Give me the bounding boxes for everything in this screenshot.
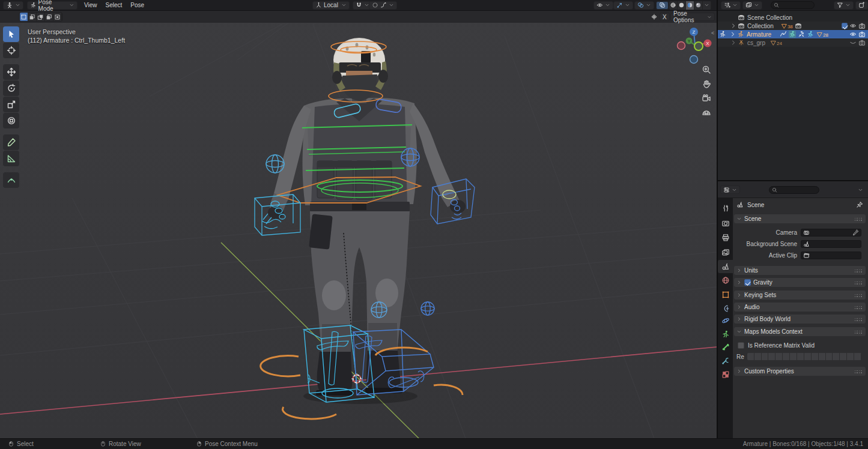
tool-rotate[interactable] (3, 80, 19, 96)
eye-icon[interactable] (849, 31, 857, 38)
tab-bone-constraints[interactable] (718, 354, 733, 367)
menu-view[interactable]: View (80, 0, 102, 11)
toggle-xray-button[interactable] (656, 1, 669, 10)
eyedropper-icon[interactable] (852, 229, 859, 236)
pose-options-dropdown[interactable]: Pose Options (670, 13, 715, 21)
disclosure-icon[interactable] (729, 31, 736, 38)
reference-matrix-field[interactable] (747, 353, 861, 360)
tool-move[interactable] (3, 64, 19, 80)
viewport-3d[interactable]: User Perspective (112) Armature : Ctrl_T… (0, 11, 717, 438)
tab-texture[interactable] (718, 368, 733, 381)
menu-pose[interactable]: Pose (126, 0, 148, 11)
outliner-row-cs-grp[interactable]: cs_grp 24 (718, 38, 868, 47)
panel-keying-sets-header[interactable]: Keying Sets (734, 291, 866, 300)
panel-gravity-header[interactable]: Gravity (734, 278, 866, 287)
rig-globe-left-elbow[interactable] (266, 155, 284, 173)
tab-render[interactable] (718, 217, 733, 230)
proportional-edit-dropdown[interactable] (369, 1, 397, 10)
tab-output[interactable] (718, 231, 733, 244)
select-mode-invert[interactable] (45, 13, 53, 21)
tab-physics[interactable] (718, 314, 733, 327)
outliner-row-collection[interactable]: Collection 38 (718, 22, 868, 30)
drag-handle[interactable] (855, 293, 863, 297)
is-reference-matrix-valid-checkbox[interactable] (738, 342, 744, 349)
panel-maps-models-header[interactable]: Maps Models Context (734, 327, 866, 336)
drag-handle[interactable] (855, 369, 863, 373)
navigation-gizmo[interactable]: Y Z X (676, 26, 717, 68)
panel-rigid-body-header[interactable]: Rigid Body World (734, 315, 866, 324)
drag-handle[interactable] (855, 268, 863, 273)
transform-orientation-dropdown[interactable]: Local (312, 1, 350, 10)
tool-pose-breakdowner[interactable] (3, 172, 19, 188)
camera-icon[interactable] (858, 22, 866, 29)
background-scene-field[interactable] (801, 240, 861, 248)
select-mode-intersect[interactable] (53, 13, 62, 21)
tab-view-layer[interactable] (718, 246, 733, 259)
tab-scene[interactable] (718, 260, 733, 273)
pan-hand-icon[interactable] (702, 79, 711, 89)
outliner-editor-type[interactable] (721, 1, 741, 10)
tab-tool[interactable] (718, 202, 733, 215)
tool-cursor[interactable] (3, 43, 19, 58)
eye-closed-icon[interactable] (849, 39, 857, 46)
outliner-filter[interactable] (834, 1, 854, 10)
show-gizmo-dropdown[interactable] (613, 1, 633, 10)
outliner-search[interactable] (771, 1, 815, 9)
tool-scale[interactable] (3, 97, 19, 112)
tab-object[interactable] (718, 288, 733, 301)
outliner-display-mode[interactable] (742, 1, 762, 10)
menu-select[interactable]: Select (102, 0, 127, 11)
outliner-row-scene-collection[interactable]: Scene Collection (718, 13, 868, 22)
gizmo-axis-neg-z[interactable] (690, 56, 698, 64)
panel-audio-header[interactable]: Audio (734, 303, 866, 312)
disclosure-icon[interactable] (730, 22, 737, 29)
mirror-x-toggle[interactable]: X (660, 13, 670, 21)
drag-handle[interactable] (855, 317, 863, 321)
outliner-row-armature[interactable]: Armature 28 (718, 30, 868, 38)
tool-transform[interactable] (3, 113, 19, 128)
new-collection-button[interactable] (855, 1, 868, 10)
pin-icon[interactable] (856, 201, 863, 208)
shading-wireframe-button[interactable] (669, 1, 678, 10)
editor-type-button[interactable] (3, 1, 23, 10)
ortho-grid-icon[interactable] (702, 108, 711, 118)
gizmo-axis-neg-x[interactable] (678, 42, 685, 50)
tab-object-data[interactable] (718, 328, 733, 341)
drag-handle[interactable] (855, 217, 863, 221)
camera-view-icon[interactable] (702, 94, 711, 103)
zoom-icon[interactable] (702, 65, 711, 74)
sidebar-toggle-arrow[interactable]: < (711, 30, 714, 36)
mode-dropdown[interactable]: Pose Mode (27, 1, 77, 10)
show-overlays-dropdown[interactable] (634, 1, 654, 10)
drag-handle[interactable] (855, 280, 863, 285)
tab-world[interactable] (718, 274, 733, 287)
camera-field[interactable] (801, 229, 861, 237)
tab-constraints[interactable] (718, 302, 733, 315)
rig-foot-arcs[interactable] (261, 348, 463, 419)
collection-checkbox[interactable] (842, 23, 848, 29)
tab-bone[interactable] (718, 340, 733, 354)
tool-select-box[interactable] (3, 26, 19, 42)
panel-units-header[interactable]: Units (734, 266, 866, 275)
properties-search[interactable] (769, 186, 819, 194)
eye-icon[interactable] (849, 22, 857, 29)
shading-material-button[interactable] (686, 1, 694, 10)
rig-globe-right-knee[interactable] (421, 302, 434, 315)
object-visibility-dropdown[interactable] (593, 1, 613, 10)
properties-editor-type[interactable] (720, 185, 740, 194)
camera-icon[interactable] (858, 39, 866, 46)
select-mode-extend[interactable] (28, 13, 37, 21)
disclosure-icon[interactable] (730, 39, 737, 46)
drag-handle[interactable] (855, 305, 863, 309)
active-clip-field[interactable] (801, 252, 861, 259)
panel-custom-properties-header[interactable]: Custom Properties (734, 367, 866, 376)
shading-rendered-button[interactable] (694, 1, 703, 10)
panel-scene-header[interactable]: Scene (734, 214, 866, 223)
shading-dropdown[interactable] (703, 1, 711, 10)
gizmo-axis-neg-y[interactable] (694, 42, 703, 50)
gravity-checkbox[interactable] (744, 279, 751, 286)
properties-options-chevron[interactable] (858, 187, 863, 193)
select-mode-subtract[interactable] (37, 13, 45, 21)
tool-annotate[interactable] (3, 134, 19, 150)
camera-icon[interactable] (858, 31, 866, 38)
